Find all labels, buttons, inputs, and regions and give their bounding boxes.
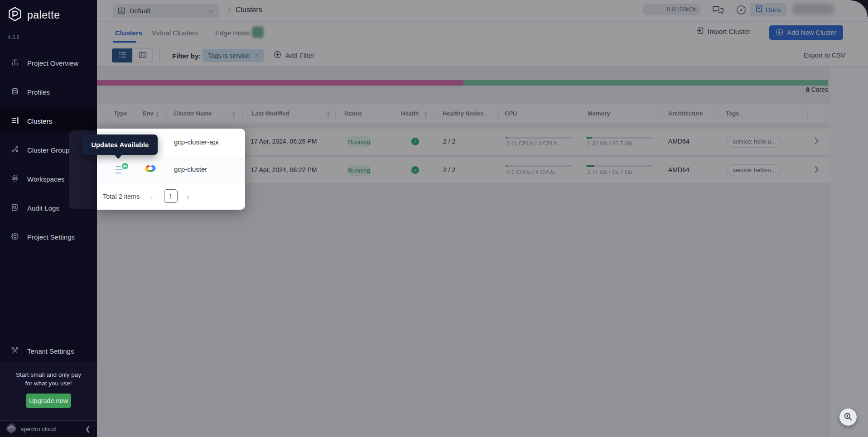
chart-icon — [11, 58, 19, 68]
promo-text-line2: for what you use! — [0, 379, 97, 388]
collapse-sidebar-icon[interactable]: ❮ — [85, 425, 91, 432]
sidebar-item-project-settings[interactable]: Project Settings — [0, 225, 97, 249]
cluster-type-icon — [113, 161, 130, 179]
tooltip-arrow — [114, 154, 122, 159]
sidebar-item-label: Audit Logs — [27, 204, 59, 212]
pagination-page-1[interactable]: 1 — [164, 189, 178, 203]
tooltip-text: Updates Available — [91, 141, 149, 149]
promo-text-line1: Start small and only pay — [0, 370, 97, 379]
sidebar-item-label: Tenant Settings — [27, 347, 74, 355]
spectro-cloud-logo-icon — [5, 423, 17, 435]
sidebar-item-label: Project Overview — [27, 59, 78, 67]
gear-icon — [11, 232, 19, 242]
workspaces-icon — [11, 174, 19, 184]
audit-logs-icon — [11, 203, 19, 213]
cluster-groups-icon — [11, 145, 19, 155]
sidebar-footer: spectro cloud ❮ — [0, 420, 97, 437]
tools-icon — [11, 346, 19, 356]
upgrade-now-button[interactable]: Upgrade now — [26, 394, 71, 408]
pagination-prev-icon[interactable]: ‹ — [150, 193, 153, 201]
sidebar-item-project-overview[interactable]: Project Overview — [0, 51, 97, 75]
sidebar-item-tenant-settings[interactable]: Tenant Settings — [0, 339, 97, 363]
layers-icon — [11, 87, 19, 97]
pagination-next-icon[interactable]: › — [187, 193, 189, 201]
tour-dim-overlay — [97, 0, 868, 437]
pagination: Total 2 items ‹ 1 › — [97, 183, 245, 210]
updates-available-tooltip: Updates Available — [82, 134, 158, 155]
sidebar: palette 4.3.6 Project Overview Profiles … — [0, 0, 97, 437]
clusters-icon — [11, 116, 19, 126]
palette-logo-icon — [7, 6, 23, 24]
cluster-name-link[interactable]: gcp-cluster — [174, 165, 207, 173]
sidebar-item-label: Cluster Groups — [27, 146, 73, 154]
sidebar-item-profiles[interactable]: Profiles — [0, 80, 97, 104]
sidebar-item-label: Workspaces — [27, 175, 64, 183]
gcp-cloud-icon — [145, 164, 156, 174]
app-window: palette 4.3.6 Project Overview Profiles … — [0, 0, 868, 437]
sidebar-item-label: Profiles — [27, 88, 50, 96]
zoom-search-fab[interactable] — [839, 408, 857, 426]
cluster-name-link[interactable]: gcp-cluster-api — [174, 138, 218, 146]
table-row-highlighted[interactable]: gcp-cluster — [97, 156, 245, 183]
brand-name: palette — [27, 9, 60, 21]
app-version: 4.3.6 — [8, 34, 19, 40]
sidebar-item-label: Project Settings — [27, 233, 75, 241]
magnifier-icon — [844, 412, 853, 423]
sidebar-item-label: Clusters — [27, 117, 52, 125]
spectro-cloud-wordmark: spectro cloud — [21, 426, 56, 432]
pagination-total: Total 2 items — [103, 193, 140, 200]
upgrade-promo: Start small and only pay for what you us… — [0, 362, 97, 420]
sidebar-item-clusters[interactable]: Clusters — [0, 109, 97, 133]
